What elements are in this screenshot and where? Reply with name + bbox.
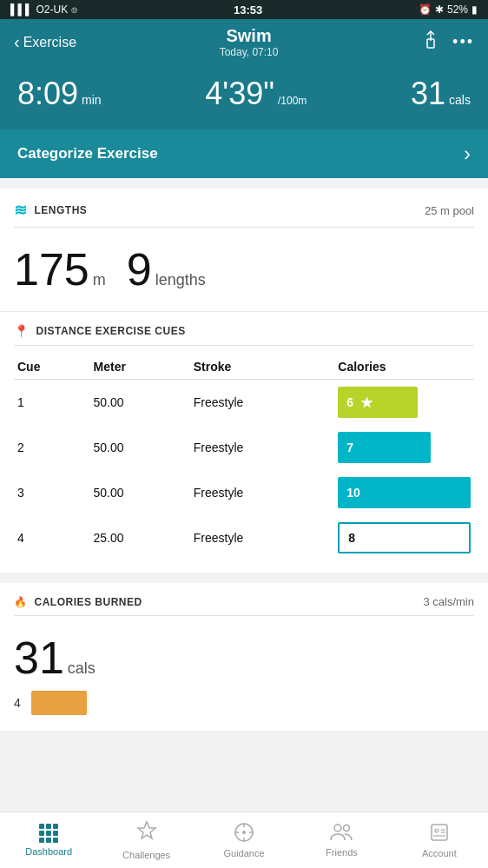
exercise-header: ‹ Exercise Swim Today, 07:10 ••• (0, 19, 488, 69)
nav-item-guidance[interactable]: Guidance (195, 812, 293, 868)
nav-label-guidance: Guidance (223, 848, 264, 858)
col-cue: Cue (14, 354, 90, 380)
categorize-bar[interactable]: Categorize Exercise › (0, 129, 488, 178)
status-time: 13:53 (234, 3, 262, 17)
lengths-number: 9 (127, 243, 152, 295)
cue-calories: 8 (334, 515, 474, 560)
calories-header: 🔥 CALORIES BURNED 3 cals/min (14, 595, 474, 616)
categorize-chevron-icon: › (464, 142, 471, 166)
battery-icon: ▮ (472, 3, 478, 16)
cue-number: 3 (14, 470, 90, 515)
partial-orange-bar (31, 691, 87, 715)
friends-icon (330, 823, 353, 844)
table-row: 2 50.00 Freestyle 7 (14, 425, 474, 470)
nav-item-friends[interactable]: Friends (293, 812, 390, 868)
lengths-unit: lengths (155, 271, 206, 289)
svg-point-9 (344, 825, 350, 832)
duration-value: 8:09 (17, 76, 78, 112)
cue-calories: 10 (334, 470, 474, 515)
cue-number: 2 (14, 425, 90, 470)
stat-pace: 4'39" /100m (205, 76, 307, 112)
calories-title: 🔥 CALORIES BURNED (14, 596, 142, 608)
back-button[interactable]: ‹ Exercise (14, 32, 76, 52)
cue-meter: 25.00 (90, 515, 190, 560)
cue-number: 4 (14, 515, 90, 560)
cue-stroke: Freestyle (190, 515, 335, 560)
col-meter: Meter (90, 354, 190, 380)
cue-stroke: Freestyle (190, 425, 335, 470)
cue-calories: 7 (334, 425, 474, 470)
nav-item-challenges[interactable]: Challenges (97, 812, 195, 868)
pin-icon: 📍 (14, 324, 30, 338)
pace-unit: /100m (278, 95, 307, 107)
partial-row: 4 (14, 687, 474, 719)
cue-number: 1 (14, 380, 90, 426)
distance-value-group: 175 m (14, 243, 106, 295)
carrier-label: O2-UK (36, 3, 69, 16)
wifi-icon: ⌾ (71, 3, 77, 16)
nav-item-dashboard[interactable]: Dashboard (0, 812, 97, 868)
more-icon[interactable]: ••• (452, 33, 474, 51)
cues-table-header-row: Cue Meter Stroke Calories (14, 354, 474, 380)
lengths-title: ≋ LENGTHS (14, 201, 87, 220)
nav-item-account[interactable]: Account (391, 812, 488, 868)
stat-calories: 31 cals (411, 76, 471, 112)
table-row: 3 50.00 Freestyle 10 (14, 470, 474, 515)
guidance-icon (234, 822, 254, 845)
alarm-icon: ⏰ (419, 3, 432, 16)
partial-row-label: 4 (14, 696, 21, 710)
cues-table: Cue Meter Stroke Calories 1 50.00 Freest… (14, 354, 474, 560)
cue-stroke: Freestyle (190, 380, 335, 426)
lengths-count-group: 9 lengths (127, 243, 206, 295)
table-row: 4 25.00 Freestyle 8 (14, 515, 474, 560)
back-label: Exercise (23, 35, 76, 50)
status-bar: ▌▌▌ O2-UK ⌾ 13:53 ⏰ ✱ 52% ▮ (0, 0, 488, 19)
status-left: ▌▌▌ O2-UK ⌾ (10, 3, 77, 16)
bottom-nav: Dashboard Challenges Guidance (0, 812, 488, 868)
calories-unit: cals (449, 93, 471, 107)
calories-bar-2: 7 (338, 432, 431, 463)
stat-duration: 8:09 min (17, 76, 102, 112)
cues-title: 📍 DISTANCE EXERCISE CUES (14, 324, 186, 338)
calories-burned-section: 🔥 CALORIES BURNED 3 cals/min 31 cals 4 (0, 583, 488, 731)
total-cal-unit: cals (68, 659, 96, 678)
back-chevron-icon: ‹ (14, 32, 20, 52)
nav-label-account: Account (422, 848, 457, 858)
header-actions: ••• (421, 30, 474, 54)
col-calories: Calories (334, 354, 474, 380)
account-icon (429, 822, 450, 845)
battery-label: 52% (447, 3, 468, 16)
distance-unit: m (93, 271, 106, 289)
svg-point-3 (242, 831, 246, 834)
distance-cues-section: 📍 DISTANCE EXERCISE CUES Cue Meter Strok… (0, 311, 488, 573)
share-icon[interactable] (421, 30, 440, 54)
svg-point-8 (334, 825, 341, 832)
calories-rate: 3 cals/min (423, 595, 474, 608)
stats-row: 8:09 min 4'39" /100m 31 cals (0, 69, 488, 129)
header-center: Swim Today, 07:10 (220, 26, 279, 58)
cue-meter: 50.00 (90, 470, 190, 515)
cue-meter: 50.00 (90, 425, 190, 470)
total-calories-display: 31 cals (14, 625, 474, 687)
pace-value: 4'39" (205, 76, 274, 112)
fire-icon: 🔥 (14, 596, 28, 608)
lengths-values: 175 m 9 lengths (14, 236, 474, 299)
distance-number: 175 (14, 243, 89, 295)
workout-title: Swim (220, 26, 279, 46)
nav-label-challenges: Challenges (122, 850, 170, 860)
total-cal-value: 31 (14, 632, 64, 684)
duration-unit: min (82, 93, 102, 107)
total-cal-group: 31 cals (14, 632, 96, 684)
dashboard-icon (39, 824, 58, 843)
nav-label-dashboard: Dashboard (25, 846, 72, 857)
pool-size: 25 m pool (425, 204, 474, 217)
challenges-icon (136, 820, 157, 846)
lengths-header: ≋ LENGTHS 25 m pool (14, 201, 474, 228)
svg-marker-1 (138, 822, 155, 838)
categorize-label: Categorize Exercise (17, 145, 158, 162)
cue-meter: 50.00 (90, 380, 190, 426)
signal-icon: ▌▌▌ (10, 3, 33, 16)
workout-subtitle: Today, 07:10 (220, 46, 279, 58)
table-row: 1 50.00 Freestyle 6 ★ (14, 380, 474, 426)
svg-point-11 (435, 829, 439, 832)
